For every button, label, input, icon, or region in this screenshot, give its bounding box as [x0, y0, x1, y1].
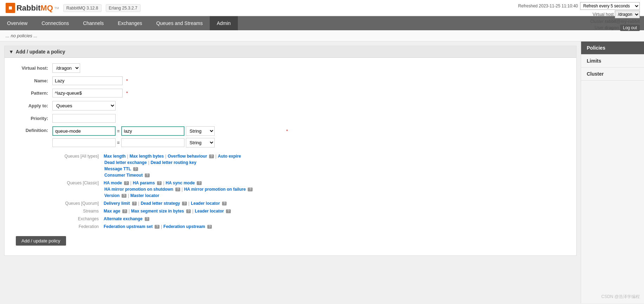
- sidebar-item-policies[interactable]: Policies: [581, 42, 644, 55]
- def-val-1[interactable]: [121, 126, 184, 136]
- def-type-select-1[interactable]: String Number Boolean: [186, 126, 215, 136]
- help-message-ttl[interactable]: ?: [133, 167, 138, 171]
- help-ha-mirror-failure[interactable]: ?: [248, 188, 253, 191]
- vhost-label: Virtual host: [593, 12, 614, 17]
- def-row-1: = String Number Boolean *: [52, 126, 288, 136]
- link-ha-mode[interactable]: HA mode: [104, 180, 122, 185]
- sidebar-item-cluster[interactable]: Cluster: [581, 68, 644, 81]
- refresh-interval-select[interactable]: Refresh every 5 seconds Refresh every 10…: [580, 2, 640, 10]
- apply-to-label: Apply to:: [10, 103, 52, 108]
- queues-classic-section2: HA mirror promotion on shutdown ? | HA m…: [104, 187, 571, 192]
- help-version[interactable]: ?: [122, 194, 126, 198]
- link-max-segment-size[interactable]: Max segment size in bytes: [131, 209, 184, 214]
- nav-connections[interactable]: Connections: [34, 16, 76, 30]
- streams-label: Streams: [52, 209, 102, 214]
- def-key-2[interactable]: [52, 138, 116, 147]
- link-federation-upstream-set[interactable]: Federation upstream set: [104, 224, 152, 229]
- queues-all-section: Queues [All types] Max length | Max leng…: [52, 154, 571, 159]
- link-dead-letter-exchange[interactable]: Dead letter exchange: [104, 160, 147, 165]
- link-overflow-behaviour[interactable]: Overflow behaviour: [168, 154, 207, 159]
- policy-section-header[interactable]: ▼ Add / update a policy: [5, 46, 576, 58]
- policy-section-title: Add / update a policy: [16, 49, 65, 55]
- sidebar: Policies Limits Cluster: [581, 42, 644, 303]
- help-federation-upstream-set[interactable]: ?: [155, 225, 160, 229]
- queues-all-section3: Message TTL ?: [104, 166, 571, 171]
- help-federation-upstream[interactable]: ?: [207, 225, 212, 229]
- queues-all-links4: Consumer Timeout ?: [104, 173, 150, 178]
- vhost-select[interactable]: /dragon /: [52, 63, 80, 73]
- queues-classic-links2: HA mirror promotion on shutdown ? | HA m…: [104, 187, 253, 192]
- link-delivery-limit[interactable]: Delivery limit: [104, 201, 130, 206]
- submit-policy-button[interactable]: Add / update policy: [16, 236, 66, 246]
- help-ha-params[interactable]: ?: [157, 181, 162, 185]
- link-consumer-timeout[interactable]: Consumer Timeout: [104, 173, 143, 178]
- nav-exchanges[interactable]: Exchanges: [111, 16, 149, 30]
- link-message-ttl[interactable]: Message TTL: [104, 166, 131, 171]
- exchanges-section: Exchanges Alternate exchange ?: [52, 216, 571, 221]
- help-delivery-limit[interactable]: ?: [132, 202, 137, 205]
- definition-control: = String Number Boolean *: [52, 126, 288, 150]
- pattern-field-label: Pattern:: [10, 90, 52, 96]
- link-version[interactable]: Version: [104, 193, 119, 198]
- nav-overview[interactable]: Overview: [0, 16, 34, 30]
- queues-classic-links3: Version ? | Master locator: [104, 193, 159, 198]
- refreshed-timestamp: Refreshed 2023-11-25 11:10:40: [518, 4, 578, 8]
- def-key-1[interactable]: [52, 126, 116, 136]
- link-ha-mirror-failure[interactable]: HA mirror promotion on failure: [184, 187, 246, 192]
- nav-admin[interactable]: Admin: [210, 16, 238, 30]
- top-vhost-select[interactable]: /dragon /: [615, 11, 640, 18]
- name-input[interactable]: [52, 76, 123, 85]
- user-label: User: [594, 25, 603, 30]
- link-ha-mirror-shutdown[interactable]: HA mirror promotion on shutdown: [104, 187, 173, 192]
- link-max-length[interactable]: Max length: [104, 154, 126, 159]
- apply-to-control: Queues Exchanges All: [52, 101, 116, 110]
- help-quorum-leader-locator[interactable]: ?: [222, 202, 227, 205]
- queues-all-section4: Consumer Timeout ?: [104, 173, 571, 178]
- rabbitmq-version: RabbitMQ 3.12.8: [63, 4, 102, 12]
- pattern-input[interactable]: [52, 89, 123, 97]
- help-dead-letter-strategy[interactable]: ?: [182, 202, 187, 205]
- link-dead-letter-routing-key[interactable]: Dead letter routing key: [151, 160, 196, 165]
- policy-section-body: Virtual host: /dragon / Name: *: [5, 58, 576, 255]
- help-ha-mirror-shutdown[interactable]: ?: [175, 188, 180, 191]
- exchanges-links: Alternate exchange ?: [104, 216, 149, 221]
- link-ha-sync-mode[interactable]: HA sync mode: [166, 180, 195, 185]
- link-stream-leader-locator[interactable]: Leader locator: [195, 209, 224, 214]
- nav-channels[interactable]: Channels: [76, 16, 111, 30]
- link-ha-params[interactable]: HA params: [133, 180, 155, 185]
- help-overflow[interactable]: ?: [209, 154, 214, 158]
- priority-control: [52, 114, 116, 123]
- link-federation-upstream[interactable]: Federation upstream: [163, 224, 205, 229]
- erlang-version: Erlang 25.3.2.7: [106, 4, 141, 12]
- vhost-field-label: Virtual host:: [10, 65, 52, 71]
- def-type-select-2[interactable]: String Number Boolean: [186, 138, 215, 147]
- link-dead-letter-strategy[interactable]: Dead letter strategy: [141, 201, 180, 206]
- definition-label: Definition:: [10, 128, 52, 133]
- def-val-2[interactable]: [121, 138, 184, 147]
- queues-all-links2: Dead letter exchange | Dead letter routi…: [104, 160, 196, 165]
- priority-input[interactable]: [52, 114, 116, 123]
- link-quorum-leader-locator[interactable]: Leader locator: [191, 201, 220, 206]
- logout-button[interactable]: Log out: [620, 25, 640, 31]
- apply-to-select[interactable]: Queues Exchanges All: [52, 101, 116, 110]
- queues-classic-section: Queues [Classic] HA mode ? | HA params ?…: [52, 180, 571, 185]
- name-row: Name: *: [10, 76, 571, 85]
- help-max-age[interactable]: ?: [122, 209, 127, 213]
- link-alternate-exchange[interactable]: Alternate exchange: [104, 216, 143, 221]
- help-max-segment-size[interactable]: ?: [186, 209, 191, 213]
- sidebar-item-limits[interactable]: Limits: [581, 55, 644, 68]
- collapse-arrow: ▼: [9, 49, 14, 55]
- link-max-age[interactable]: Max age: [104, 209, 120, 214]
- nav-queues-streams[interactable]: Queues and Streams: [149, 16, 210, 30]
- link-max-length-bytes[interactable]: Max length bytes: [130, 154, 164, 159]
- link-master-locator[interactable]: Master locator: [130, 193, 159, 198]
- help-alternate-exchange[interactable]: ?: [145, 217, 150, 221]
- help-ha-mode[interactable]: ?: [124, 181, 129, 185]
- help-ha-sync-mode[interactable]: ?: [197, 181, 202, 185]
- definition-row: Definition: = String Number Boolean: [10, 126, 571, 150]
- federation-links: Federation upstream set ? | Federation u…: [104, 224, 212, 229]
- help-consumer-timeout[interactable]: ?: [145, 173, 150, 177]
- help-stream-leader-locator[interactable]: ?: [226, 209, 231, 213]
- link-auto-expire[interactable]: Auto expire: [218, 154, 241, 159]
- def-equals-1: =: [117, 128, 120, 134]
